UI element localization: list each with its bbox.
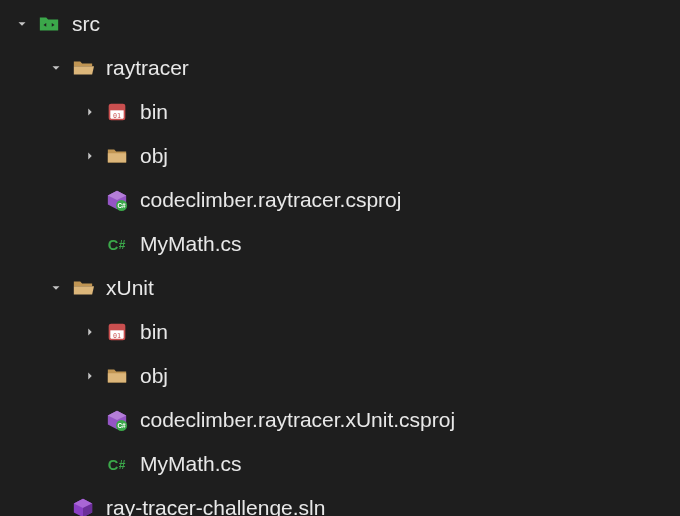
tree-item-raytracer[interactable]: raytracer [0,46,680,90]
folder-open-icon [72,277,94,299]
chevron-right-icon [80,322,100,342]
svg-text:C#: C# [117,422,126,429]
tree-item-obj[interactable]: obj [0,134,680,178]
tree-label: codeclimber.raytracer.csproj [140,188,401,212]
tree-item-cs-file[interactable]: C# MyMath.cs [0,442,680,486]
svg-text:C: C [108,237,119,253]
svg-text:C: C [108,457,119,473]
folder-icon [106,145,128,167]
tree-item-src[interactable]: src [0,2,680,46]
tree-label: MyMath.cs [140,232,242,256]
chevron-down-icon [46,278,66,298]
tree-item-csproj[interactable]: C# codeclimber.raytracer.csproj [0,178,680,222]
tree-label: obj [140,144,168,168]
tree-label: MyMath.cs [140,452,242,476]
chevron-right-icon [80,146,100,166]
tree-item-bin[interactable]: 01 bin [0,90,680,134]
tree-item-cs-file[interactable]: C# MyMath.cs [0,222,680,266]
folder-open-icon [72,57,94,79]
csproj-file-icon: C# [106,409,128,431]
sln-file-icon [72,497,94,516]
tree-item-sln[interactable]: ray-tracer-challenge.sln [0,486,680,516]
binary-folder-icon: 01 [106,321,128,343]
tree-item-csproj[interactable]: C# codeclimber.raytracer.xUnit.csproj [0,398,680,442]
tree-label: bin [140,100,168,124]
chevron-down-icon [12,14,32,34]
csharp-file-icon: C# [106,453,128,475]
tree-item-obj[interactable]: obj [0,354,680,398]
tree-item-bin[interactable]: 01 bin [0,310,680,354]
tree-item-xunit[interactable]: xUnit [0,266,680,310]
tree-label: raytracer [106,56,189,80]
tree-label: codeclimber.raytracer.xUnit.csproj [140,408,455,432]
svg-text:01: 01 [113,112,121,120]
svg-rect-8 [110,325,125,331]
tree-label: xUnit [106,276,154,300]
tree-label: obj [140,364,168,388]
csharp-file-icon: C# [106,233,128,255]
chevron-right-icon [80,102,100,122]
src-folder-icon [38,13,60,35]
tree-label: bin [140,320,168,344]
chevron-right-icon [80,366,100,386]
svg-text:C#: C# [117,202,126,209]
tree-label: ray-tracer-challenge.sln [106,496,325,516]
folder-icon [106,365,128,387]
svg-text:#: # [119,458,126,472]
svg-text:01: 01 [113,332,121,340]
chevron-down-icon [46,58,66,78]
binary-folder-icon: 01 [106,101,128,123]
tree-label: src [72,12,100,36]
svg-text:#: # [119,238,126,252]
svg-rect-1 [110,105,125,111]
csproj-file-icon: C# [106,189,128,211]
